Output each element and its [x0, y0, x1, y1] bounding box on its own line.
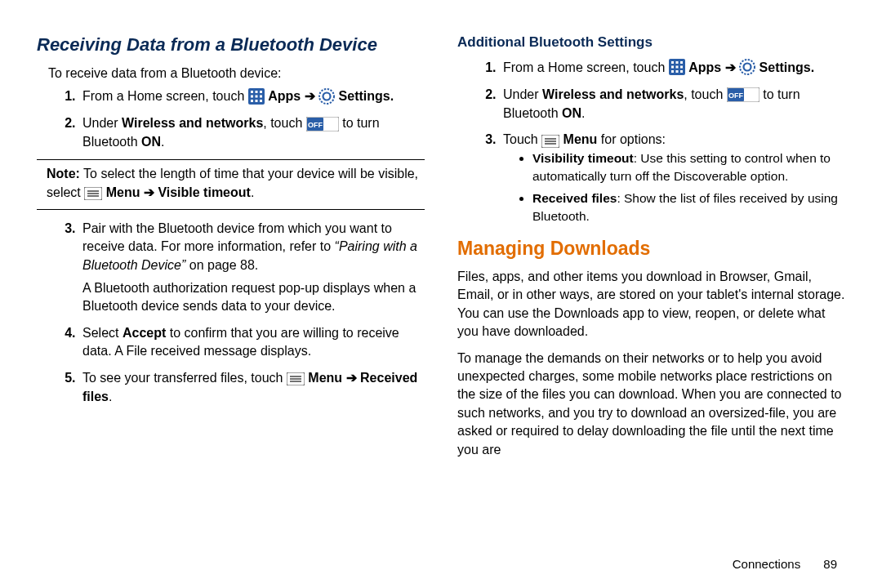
note-menu: Menu: [106, 185, 144, 199]
left-step4-accept: Accept: [122, 326, 166, 340]
arrow-icon: ➔: [346, 371, 357, 385]
r-s1-settings: Settings.: [760, 60, 815, 74]
right-subhead: Additional Bluetooth Settings: [457, 33, 845, 52]
right-column: Additional Bluetooth Settings From a Hom…: [457, 33, 845, 539]
period: .: [251, 185, 254, 199]
left-steps-bottom: Pair with the Bluetooth device from whic…: [37, 220, 425, 406]
b1-label: Visibility timeout: [532, 151, 634, 165]
r-s1-a: From a Home screen, touch: [503, 60, 669, 74]
left-step-2: Under Wireless and networks, touch to tu…: [79, 114, 425, 151]
b2-label: Received files: [532, 191, 617, 205]
menu-icon: [287, 369, 305, 387]
note-vt: Visible timeout: [158, 185, 251, 199]
note-box: Note: To select the length of time that …: [37, 159, 425, 209]
r-s2-a: Under: [503, 87, 542, 101]
right-step-2: Under Wireless and networks, touch to tu…: [500, 86, 845, 122]
r-s2-c: , touch: [684, 87, 726, 101]
period: .: [581, 106, 585, 120]
left-step-1: From a Home screen, touch Apps ➔ Setting…: [79, 87, 425, 106]
settings-icon: [739, 59, 755, 77]
period: .: [161, 135, 164, 149]
footer: Connections 89: [0, 557, 882, 571]
left-step1-text-a: From a Home screen, touch: [82, 89, 248, 103]
bullet-received-files: Received files: Show the list of files r…: [532, 189, 845, 225]
menu-icon: [541, 131, 559, 149]
left-step1-settings: Settings.: [339, 89, 394, 103]
left-step5-menu: Menu: [308, 371, 345, 385]
apps-icon: [248, 88, 265, 106]
settings-icon: [318, 88, 335, 106]
arrow-icon: ➔: [305, 89, 315, 103]
off-toggle-icon: [727, 86, 760, 104]
orange-heading: Managing Downloads: [457, 235, 845, 261]
menu-icon: [84, 184, 102, 202]
left-step3-sub: A Bluetooth authorization request pop-up…: [82, 279, 425, 316]
r-s3-a: Touch: [503, 132, 541, 146]
r-s2-on: ON: [562, 106, 581, 120]
off-toggle-icon: [306, 115, 339, 133]
page-content: Receiving Data from a Bluetooth Device T…: [0, 0, 882, 555]
r-s3-menu: Menu: [564, 132, 598, 146]
managing-downloads-p2: To manage the demands on their networks …: [457, 350, 845, 459]
r-s1-apps: Apps: [688, 60, 724, 74]
left-heading: Receiving Data from a Bluetooth Device: [37, 33, 425, 58]
left-step1-apps: Apps: [268, 89, 304, 103]
right-steps: From a Home screen, touch Apps ➔ Setting…: [457, 59, 845, 225]
note-label: Note:: [47, 167, 80, 180]
left-step2-on: ON: [141, 135, 161, 149]
left-step2-a: Under: [82, 116, 122, 130]
left-step2-b: Wireless and networks: [122, 116, 263, 130]
r-s2-b: Wireless and networks: [542, 87, 684, 101]
left-step2-c: , touch: [263, 116, 305, 130]
left-intro: To receive data from a Bluetooth device:: [48, 65, 425, 82]
left-step-5: To see your transferred files, touch Men…: [79, 369, 425, 406]
left-steps-top: From a Home screen, touch Apps ➔ Setting…: [37, 87, 425, 151]
bullet-visibility-timeout: Visibility timeout: Use this setting to …: [532, 149, 845, 185]
left-step-4: Select Accept to confirm that you are wi…: [79, 324, 425, 361]
right-step-1: From a Home screen, touch Apps ➔ Setting…: [500, 59, 845, 78]
right-bullets: Visibility timeout: Use this setting to …: [518, 149, 845, 225]
left-step-3: Pair with the Bluetooth device from whic…: [79, 220, 425, 316]
r-s3-b: for options:: [597, 132, 666, 146]
arrow-icon: ➔: [144, 185, 154, 199]
period: .: [109, 390, 112, 403]
apps-icon: [669, 59, 685, 77]
arrow-icon: ➔: [725, 60, 736, 74]
left-step5-a: To see your transferred files, touch: [82, 371, 287, 385]
footer-page-number: 89: [823, 557, 837, 571]
left-step4-a: Select: [82, 326, 122, 340]
right-step-3: Touch Menu for options: Visibility timeo…: [500, 131, 845, 225]
left-step3-b: on page 88.: [185, 258, 258, 272]
left-column: Receiving Data from a Bluetooth Device T…: [37, 33, 425, 539]
footer-section: Connections: [733, 557, 800, 571]
managing-downloads-p1: Files, apps, and other items you downloa…: [457, 268, 845, 341]
